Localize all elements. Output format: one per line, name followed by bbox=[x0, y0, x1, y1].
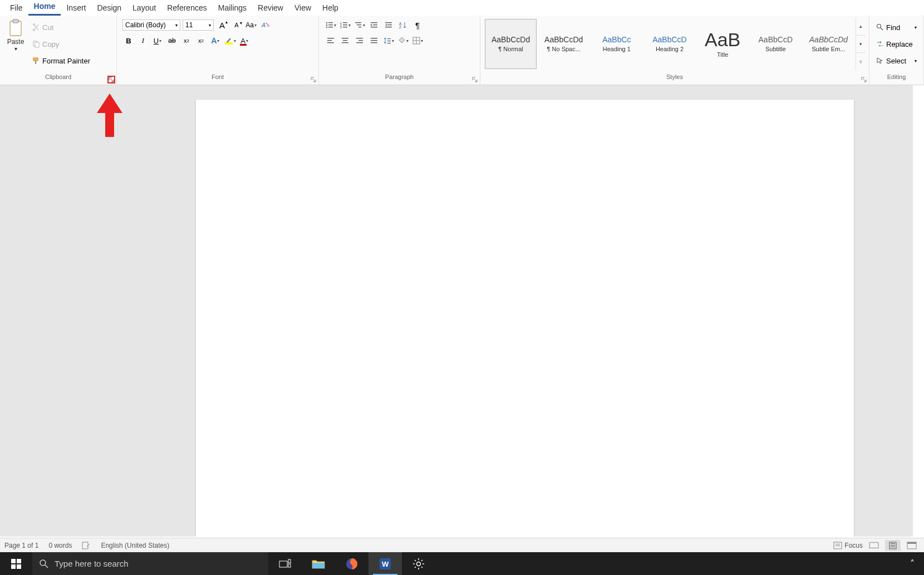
tab-review[interactable]: Review bbox=[252, 1, 289, 16]
status-language[interactable]: English (United States) bbox=[101, 542, 169, 549]
align-center-button[interactable] bbox=[339, 35, 351, 47]
style-no-spacing[interactable]: AaBbCcDd¶ No Spac... bbox=[538, 19, 589, 69]
svg-text:A: A bbox=[261, 22, 266, 28]
sort-button[interactable]: AZ bbox=[397, 19, 409, 31]
find-button[interactable]: Find ▾ bbox=[875, 22, 918, 33]
focus-icon bbox=[833, 542, 842, 549]
paragraph-group-label: Paragraph bbox=[319, 72, 480, 85]
change-case-button[interactable]: Aa▾ bbox=[245, 19, 257, 31]
styles-launcher[interactable] bbox=[860, 76, 868, 83]
font-launcher[interactable] bbox=[309, 76, 317, 83]
styles-group-label: Styles bbox=[480, 72, 869, 85]
launcher-icon bbox=[109, 77, 114, 82]
file-explorer-button[interactable] bbox=[302, 552, 335, 575]
shading-button[interactable]: ▾ bbox=[397, 35, 409, 47]
paste-dropdown-icon[interactable]: ▾ bbox=[14, 46, 17, 52]
italic-button[interactable]: I bbox=[137, 35, 149, 47]
justify-button[interactable] bbox=[368, 35, 380, 47]
borders-button[interactable]: ▾ bbox=[411, 35, 424, 47]
copy-button[interactable]: Copy bbox=[30, 39, 92, 50]
gear-icon bbox=[412, 558, 425, 570]
svg-rect-28 bbox=[371, 27, 377, 27]
grow-font-button[interactable]: A▴ bbox=[216, 19, 228, 31]
style-title[interactable]: AaBTitle bbox=[697, 19, 749, 69]
word-button[interactable]: W bbox=[368, 552, 402, 575]
select-label: Select bbox=[886, 57, 906, 65]
show-hide-button[interactable]: ¶ bbox=[411, 19, 424, 31]
print-layout-button[interactable] bbox=[885, 540, 901, 551]
web-layout-icon bbox=[907, 542, 917, 549]
highlight-button[interactable]: ▾ bbox=[224, 35, 236, 47]
tab-help[interactable]: Help bbox=[317, 1, 344, 16]
font-size-select[interactable]: 11▾ bbox=[183, 19, 214, 31]
font-name-select[interactable]: Calibri (Body)▾ bbox=[122, 19, 180, 31]
paragraph-launcher[interactable] bbox=[471, 76, 479, 83]
style-expand[interactable]: ▿ bbox=[856, 53, 866, 70]
status-proofing[interactable] bbox=[82, 542, 91, 549]
svg-rect-61 bbox=[891, 547, 895, 547]
font-color-button[interactable]: A▾ bbox=[238, 35, 250, 47]
bullets-button[interactable]: ▾ bbox=[325, 19, 337, 31]
tab-design[interactable]: Design bbox=[91, 1, 127, 16]
taskbar-search[interactable]: Type here to search bbox=[32, 552, 268, 575]
tab-file[interactable]: File bbox=[4, 1, 28, 16]
read-mode-button[interactable] bbox=[866, 540, 882, 551]
paste-button[interactable]: Paste ▾ bbox=[3, 18, 28, 70]
svg-point-52 bbox=[877, 24, 881, 28]
style-heading2[interactable]: AaBbCcDHeading 2 bbox=[643, 19, 695, 69]
align-right-button[interactable] bbox=[353, 35, 366, 47]
subscript-button[interactable]: x2 bbox=[180, 35, 193, 47]
document-page[interactable] bbox=[196, 100, 854, 537]
format-painter-button[interactable]: Format Painter bbox=[30, 56, 92, 66]
search-icon bbox=[39, 559, 49, 569]
numbering-button[interactable]: 123▾ bbox=[339, 19, 351, 31]
status-page[interactable]: Page 1 of 1 bbox=[4, 542, 38, 549]
clipboard-launcher[interactable] bbox=[107, 76, 115, 83]
multilevel-list-button[interactable]: ▾ bbox=[353, 19, 366, 31]
style-scroll-up[interactable]: ▴ bbox=[856, 18, 866, 36]
underline-button[interactable]: U▾ bbox=[151, 35, 164, 47]
superscript-button[interactable]: x2 bbox=[195, 35, 207, 47]
web-layout-button[interactable] bbox=[904, 540, 920, 551]
increase-indent-button[interactable] bbox=[382, 19, 395, 31]
tab-view[interactable]: View bbox=[289, 1, 317, 16]
find-label: Find bbox=[886, 23, 900, 32]
tab-layout[interactable]: Layout bbox=[127, 1, 161, 16]
focus-mode-button[interactable]: Focus bbox=[833, 542, 863, 549]
shrink-font-button[interactable]: A▾ bbox=[230, 19, 243, 31]
task-view-button[interactable] bbox=[268, 552, 302, 575]
start-button[interactable] bbox=[0, 552, 32, 575]
strikethrough-button[interactable]: ab bbox=[166, 35, 178, 47]
menu-tabs: File Home Insert Design Layout Reference… bbox=[0, 0, 924, 16]
style-scroll-down[interactable]: ▾ bbox=[856, 36, 866, 53]
tab-mailings[interactable]: Mailings bbox=[213, 1, 252, 16]
line-spacing-button[interactable]: ▾ bbox=[382, 35, 395, 47]
tab-insert[interactable]: Insert bbox=[61, 1, 91, 16]
style-normal[interactable]: AaBbCcDd¶ Normal bbox=[485, 19, 537, 69]
style-heading1[interactable]: AaBbCcHeading 1 bbox=[591, 19, 642, 69]
style-subtle-emphasis[interactable]: AaBbCcDdSubtle Em... bbox=[803, 19, 854, 69]
svg-rect-40 bbox=[356, 38, 363, 38]
decrease-indent-button[interactable] bbox=[368, 19, 380, 31]
linespacing-icon bbox=[384, 37, 391, 45]
style-subtitle[interactable]: AaBbCcDSubtitle bbox=[750, 19, 802, 69]
svg-rect-34 bbox=[327, 38, 334, 38]
firefox-button[interactable] bbox=[335, 552, 368, 575]
select-icon bbox=[876, 57, 884, 65]
bold-button[interactable]: B bbox=[122, 35, 135, 47]
settings-button[interactable] bbox=[402, 552, 435, 575]
replace-button[interactable]: Replace bbox=[875, 39, 918, 50]
align-left-button[interactable] bbox=[325, 35, 337, 47]
clear-formatting-button[interactable]: A bbox=[259, 19, 272, 31]
show-hidden-icons[interactable]: ˄ bbox=[904, 552, 921, 575]
select-button[interactable]: Select ▾ bbox=[875, 56, 918, 66]
svg-rect-12 bbox=[328, 22, 333, 23]
style-gallery: AaBbCcDd¶ Normal AaBbCcDd¶ No Spac... Aa… bbox=[484, 18, 856, 70]
replace-label: Replace bbox=[886, 40, 913, 48]
status-words[interactable]: 0 words bbox=[48, 542, 72, 549]
svg-rect-24 bbox=[357, 24, 361, 25]
tab-home[interactable]: Home bbox=[28, 0, 61, 16]
text-effects-button[interactable]: A▾ bbox=[209, 35, 222, 47]
tab-references[interactable]: References bbox=[161, 1, 213, 16]
cut-button[interactable]: Cut bbox=[30, 22, 92, 33]
